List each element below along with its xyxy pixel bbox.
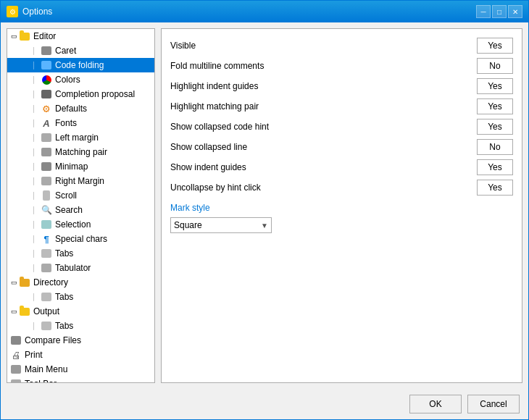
sidebar-item-completion[interactable]: │ Completion proposal <box>7 87 154 101</box>
title-bar: ⚙ Options ─ □ ✕ <box>1 1 528 22</box>
connector-code-folding: │ <box>29 62 39 69</box>
connector-fonts: │ <box>29 119 39 127</box>
minimize-button[interactable]: ─ <box>476 5 491 18</box>
connector-caret: │ <box>29 47 39 54</box>
sidebar-item-directory-tabs[interactable]: │ Tabs <box>7 290 154 304</box>
fold-multiline-value[interactable]: No <box>477 58 513 74</box>
sidebar-item-output-tabs[interactable]: │ Tabs <box>7 319 154 333</box>
sidebar-item-tool-bar[interactable]: Tool Bar <box>7 377 154 383</box>
show-indent-guides-value[interactable]: Yes <box>477 159 513 175</box>
output-label: Output <box>33 306 59 316</box>
show-collapsed-hint-value[interactable]: Yes <box>477 119 513 135</box>
compare-files-label: Compare Files <box>25 335 81 345</box>
sidebar-section-output[interactable]: ▭ Output <box>7 304 154 319</box>
sidebar-item-print[interactable]: 🖨 Print <box>7 348 154 362</box>
window-title: Options <box>22 7 52 17</box>
connector-directory-tabs: │ <box>29 293 39 301</box>
sidebar-item-selection[interactable]: │ Selection <box>7 217 154 232</box>
maximize-button[interactable]: □ <box>492 5 507 18</box>
matching-pair-icon <box>41 146 52 158</box>
colors-label: Colors <box>55 75 80 85</box>
fold-multiline-label: Fold multiline comments <box>170 61 477 71</box>
sidebar-section-editor[interactable]: ▭ Editor <box>7 29 154 43</box>
close-button[interactable]: ✕ <box>508 5 522 18</box>
main-menu-label: Main Menu <box>25 364 67 374</box>
tool-bar-label: Tool Bar <box>25 379 57 383</box>
mark-style-value: Square <box>174 220 261 230</box>
completion-label: Completion proposal <box>55 89 135 99</box>
title-controls: ─ □ ✕ <box>476 5 522 18</box>
fonts-label: Fonts <box>55 118 77 128</box>
visible-label: Visible <box>170 41 477 51</box>
title-bar-left: ⚙ Options <box>7 6 52 17</box>
show-collapsed-line-value[interactable]: No <box>477 139 513 155</box>
setting-show-collapsed-line: Show collapsed line No <box>170 139 513 155</box>
sidebar-item-minimap[interactable]: │ Minimap <box>7 159 154 174</box>
sidebar-item-main-menu[interactable]: Main Menu <box>7 362 154 377</box>
sidebar[interactable]: ▭ Editor │ Caret │ Code foldi <box>7 28 155 383</box>
compare-files-icon <box>10 335 22 346</box>
sidebar-item-left-margin[interactable]: │ Left margin <box>7 130 154 145</box>
print-icon: 🖨 <box>10 349 22 361</box>
search-icon: 🔍 <box>41 204 52 216</box>
sidebar-item-fonts[interactable]: │ A Fonts <box>7 116 154 130</box>
highlight-indent-value[interactable]: Yes <box>477 78 513 94</box>
sidebar-item-colors[interactable]: │ Colors <box>7 72 154 87</box>
highlight-matching-value[interactable]: Yes <box>477 98 513 114</box>
setting-show-collapsed-hint: Show collapsed code hint Yes <box>170 119 513 135</box>
show-collapsed-hint-label: Show collapsed code hint <box>170 122 477 132</box>
connector-left-margin: │ <box>29 134 39 141</box>
sidebar-item-code-folding[interactable]: │ Code folding <box>7 58 154 72</box>
sidebar-item-search[interactable]: │ 🔍 Search <box>7 203 154 217</box>
setting-show-indent-guides: Show indent guides Yes <box>170 159 513 175</box>
connector-completion: │ <box>29 91 39 98</box>
highlight-matching-label: Highlight matching pair <box>170 101 477 112</box>
code-folding-label: Code folding <box>55 60 104 70</box>
connector-minimap: │ <box>29 163 39 170</box>
content-area: ▭ Editor │ Caret │ Code foldi <box>1 22 528 389</box>
sidebar-item-compare-files[interactable]: Compare Files <box>7 333 154 348</box>
uncollapse-hint-value[interactable]: Yes <box>477 180 513 196</box>
defaults-icon: ⚙ <box>41 103 52 114</box>
mark-style-label: Mark style <box>170 203 513 213</box>
sidebar-item-tabulator[interactable]: │ Tabulator <box>7 261 154 275</box>
caret-label: Caret <box>55 46 76 56</box>
sidebar-item-matching-pair[interactable]: │ Matching pair <box>7 145 154 159</box>
tabulator-icon <box>41 262 52 274</box>
sidebar-item-caret[interactable]: │ Caret <box>7 43 154 58</box>
directory-tabs-label: Tabs <box>55 292 73 302</box>
ok-button[interactable]: OK <box>409 395 462 413</box>
show-indent-guides-label: Show indent guides <box>170 162 477 172</box>
options-window: ⚙ Options ─ □ ✕ ▭ Editor │ <box>0 0 529 420</box>
code-folding-icon <box>41 59 52 71</box>
directory-folder-icon <box>19 277 30 288</box>
dropdown-arrow-icon: ▼ <box>261 222 268 230</box>
editor-folder-icon <box>19 30 30 42</box>
mark-style-section: Mark style Square ▼ <box>170 203 513 233</box>
special-chars-icon: ¶ <box>41 233 52 245</box>
selection-label: Selection <box>55 219 91 230</box>
output-tabs-icon <box>41 320 52 332</box>
right-margin-icon <box>41 175 52 187</box>
show-collapsed-line-label: Show collapsed line <box>170 142 477 152</box>
output-tabs-label: Tabs <box>55 321 73 331</box>
sidebar-item-defaults[interactable]: │ ⚙ Defaults <box>7 101 154 116</box>
sidebar-section-directory[interactable]: ▭ Directory <box>7 275 154 290</box>
cancel-button[interactable]: Cancel <box>467 395 520 413</box>
print-label: Print <box>25 350 43 360</box>
sidebar-item-right-margin[interactable]: │ Right Margin <box>7 174 154 188</box>
caret-icon <box>41 45 52 56</box>
minimap-label: Minimap <box>55 161 88 172</box>
mark-style-dropdown[interactable]: Square ▼ <box>170 217 272 233</box>
connector-matching-pair: │ <box>29 148 39 156</box>
setting-fold-multiline: Fold multiline comments No <box>170 58 513 74</box>
sidebar-item-special-chars[interactable]: │ ¶ Special chars <box>7 232 154 246</box>
scroll-icon <box>41 190 52 201</box>
sidebar-item-editor-tabs[interactable]: │ Tabs <box>7 246 154 261</box>
minimap-icon <box>41 161 52 172</box>
connector-editor-tabs: │ <box>29 250 39 257</box>
main-menu-icon <box>10 364 22 375</box>
scroll-label: Scroll <box>55 190 77 201</box>
visible-value[interactable]: Yes <box>477 38 513 54</box>
sidebar-item-scroll[interactable]: │ Scroll <box>7 188 154 203</box>
